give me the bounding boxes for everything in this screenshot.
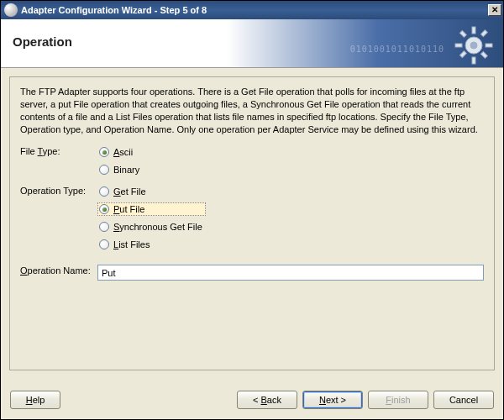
radio-label: Binary [113,165,139,175]
svg-rect-6 [459,30,466,37]
radio-icon [99,222,109,232]
radio-icon [99,239,109,249]
operation-name-row: Operation Name: [20,265,484,281]
file-type-option-1[interactable]: Binary [97,163,143,176]
svg-point-1 [470,42,477,49]
header-decoration-digits: 0101001011010110 [350,45,444,54]
radio-label: List Files [113,239,150,249]
close-button[interactable]: ✕ [488,4,501,16]
operation-name-label: Operation Name: [20,265,97,276]
titlebar: Adapter Configuration Wizard - Step 5 of… [1,1,503,19]
svg-rect-2 [472,27,475,34]
svg-rect-5 [486,44,492,47]
operation-type-option-0[interactable]: Get File [97,185,206,198]
operation-type-group: Get FilePut FileSynchronous Get FileList… [97,185,206,251]
radio-icon [99,147,109,157]
file-type-label: File Type: [20,145,97,156]
svg-rect-3 [472,57,475,64]
app-icon [4,3,18,17]
radio-label: Synchronous Get File [113,222,202,232]
radio-icon [99,204,109,214]
svg-rect-8 [480,30,487,37]
file-type-row: File Type: AsciiBinary [20,145,484,176]
radio-icon [99,165,109,175]
wizard-header: Operation 0101001011010110 [1,19,503,68]
operation-name-input[interactable] [97,265,484,281]
operation-type-option-1[interactable]: Put File [97,202,206,216]
description-text: The FTP Adapter supports four operations… [20,86,484,135]
help-button[interactable]: HHelpelp [10,391,60,409]
radio-label: Get File [113,186,146,197]
operation-type-row: Operation Type: Get FilePut FileSynchron… [20,185,484,251]
wizard-footer: HHelpelp < Back Next > Finish Cancel [0,380,504,420]
operation-type-label: Operation Type: [20,185,97,196]
content-panel: The FTP Adapter supports four operations… [9,76,495,370]
svg-rect-9 [459,51,466,58]
cancel-button[interactable]: Cancel [433,391,494,409]
window-title: Adapter Configuration Wizard - Step 5 of… [21,5,488,15]
finish-button: Finish [368,391,428,409]
gear-icon [453,24,495,66]
operation-type-option-2[interactable]: Synchronous Get File [97,220,206,234]
file-type-group: AsciiBinary [97,145,143,176]
svg-rect-4 [455,44,462,47]
radio-label: Ascii [113,147,133,157]
next-button[interactable]: Next > [302,391,363,409]
back-button[interactable]: < Back [237,391,297,409]
radio-label: Put File [113,204,144,214]
svg-rect-7 [480,51,487,58]
operation-type-option-3[interactable]: List Files [97,238,206,251]
file-type-option-0[interactable]: Ascii [97,145,143,159]
radio-icon [99,186,109,197]
